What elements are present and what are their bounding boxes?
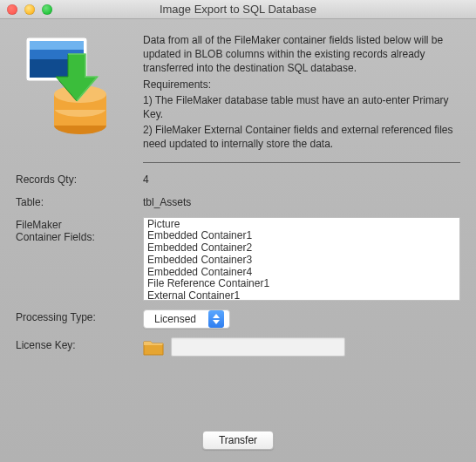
records-qty-value: 4 — [143, 172, 460, 186]
requirements-label: Requirements: — [143, 78, 460, 92]
window-title: Image Export to SQL Database — [0, 3, 476, 16]
zoom-icon[interactable] — [42, 4, 52, 15]
requirement-2: 2) FileMaker External Container fields a… — [143, 123, 460, 151]
list-item[interactable]: External Container1 — [147, 290, 456, 300]
svg-rect-3 — [30, 41, 84, 50]
window: Image Export to SQL Database — [0, 0, 476, 462]
table-value: tbl_Assets — [143, 194, 460, 208]
license-key-input[interactable] — [171, 337, 345, 357]
records-qty-label: Records Qty: — [16, 172, 143, 186]
export-icon — [16, 33, 129, 138]
list-item[interactable]: File Reference Container1 — [147, 278, 456, 290]
license-key-label: License Key: — [16, 337, 143, 351]
table-label: Table: — [16, 194, 143, 208]
container-fields-label: FileMaker Container Fields: — [16, 217, 143, 243]
requirement-1: 1) The FileMaker database table must hav… — [143, 93, 460, 121]
list-item[interactable]: Embedded Container1 — [147, 230, 456, 242]
processing-type-label: Processing Type: — [16, 309, 143, 323]
processing-type-select[interactable]: Licensed — [143, 309, 230, 329]
container-fields-listbox[interactable]: PictureEmbedded Container1Embedded Conta… — [143, 217, 460, 301]
titlebar: Image Export to SQL Database — [0, 0, 476, 19]
close-icon[interactable] — [7, 4, 17, 15]
intro-paragraph: Data from all of the FileMaker container… — [143, 33, 460, 76]
folder-icon — [143, 337, 164, 357]
list-item[interactable]: Embedded Container2 — [147, 242, 456, 255]
list-item[interactable]: Picture — [147, 219, 456, 231]
intro-text: Data from all of the FileMaker container… — [143, 33, 460, 153]
transfer-button[interactable]: Transfer — [202, 431, 274, 450]
window-traffic-lights — [7, 4, 52, 15]
list-item[interactable]: Embedded Container4 — [147, 267, 456, 279]
chevron-updown-icon — [208, 310, 224, 328]
list-item[interactable]: Embedded Container3 — [147, 255, 456, 267]
processing-type-selected: Licensed — [154, 313, 208, 325]
divider — [143, 162, 460, 163]
minimize-icon[interactable] — [24, 4, 35, 15]
